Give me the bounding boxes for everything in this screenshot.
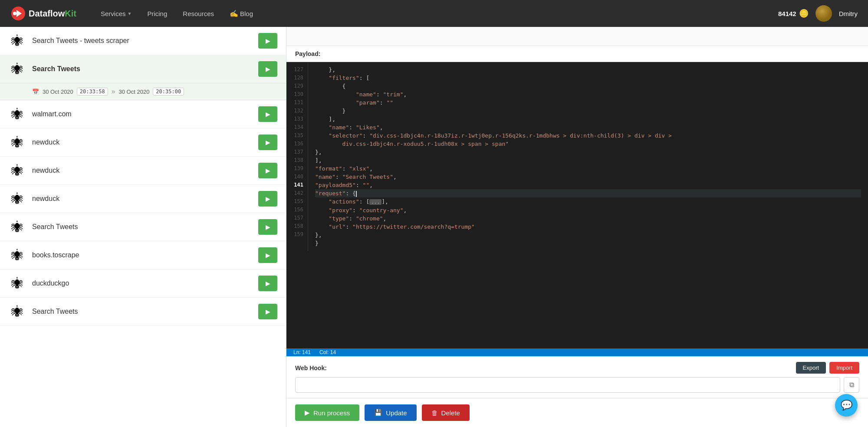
webhook-input-row: ⧉	[295, 377, 859, 393]
scraper-name: walmart.com	[32, 110, 252, 118]
run-button[interactable]: ▶	[258, 163, 277, 178]
time-start-badge: 20:33:58	[77, 88, 108, 95]
run-process-button[interactable]: ▶ Run process	[295, 404, 359, 421]
export-button[interactable]: Export	[796, 362, 826, 374]
scraper-name: newduck	[32, 195, 252, 203]
navbar: DataflowKit Services ▼ Pricing Resources…	[0, 0, 868, 27]
webhook-section: Web Hook: Export Import ⧉	[286, 356, 868, 398]
list-item[interactable]: 🕷 duckduckgo ▶	[0, 269, 286, 298]
scraper-name: Search Tweets	[32, 308, 252, 315]
calendar-icon: 📅	[32, 89, 39, 95]
panel-header	[286, 27, 868, 46]
nav-resources[interactable]: Resources	[176, 7, 221, 21]
spider-icon: 🕷	[9, 276, 26, 291]
code-line: "selector": "div.css-1dbjc4n.r-18u37iz.r…	[315, 131, 861, 140]
right-panel: Payload: 127 128 129 130 131 132 133 134…	[286, 27, 868, 427]
blog-icon: ✍	[230, 10, 238, 18]
run-button[interactable]: ▶	[258, 304, 277, 319]
spider-icon: 🕷	[9, 62, 26, 76]
play-icon: ▶	[266, 66, 270, 72]
copy-button[interactable]: ⧉	[844, 377, 859, 393]
scraper-name-active: Search Tweets	[32, 65, 252, 73]
play-icon: ▶	[266, 308, 270, 315]
code-line: div.css-1dbjc4n.r-xoduu5.r-1udh08x > spa…	[315, 140, 861, 148]
chat-bubble[interactable]: 💬	[835, 394, 858, 417]
code-line: ],	[315, 115, 861, 123]
payload-section: Payload: 127 128 129 130 131 132 133 134…	[286, 46, 868, 356]
play-icon: ▶	[266, 280, 270, 287]
list-item[interactable]: 🕷 walmart.com ▶	[0, 100, 286, 128]
run-button[interactable]: ▶	[258, 219, 277, 235]
update-button[interactable]: 💾 Update	[365, 404, 416, 421]
scraper-name: Search Tweets - tweets scraper	[32, 37, 252, 45]
status-col: Col: 14	[319, 349, 336, 355]
main-container: 🕷 Search Tweets - tweets scraper ▶ 🕷 Sea…	[0, 27, 868, 427]
code-line: "param": ""	[315, 99, 861, 107]
play-icon: ▶	[266, 139, 270, 146]
logo[interactable]: DataflowKit	[10, 6, 76, 21]
logo-dataflow-text: Dataflow	[29, 9, 65, 18]
payload-label: Payload:	[286, 46, 868, 62]
code-line: "proxy": "country-any",	[315, 206, 861, 214]
code-line: "format": "xlsx",	[315, 164, 861, 173]
copy-icon: ⧉	[849, 381, 854, 389]
list-item[interactable]: 🕷 newduck ▶	[0, 185, 286, 213]
chevron-down-icon: ▼	[128, 11, 132, 16]
import-button[interactable]: Import	[829, 362, 859, 374]
scraper-name: Search Tweets	[32, 223, 252, 231]
run-button[interactable]: ▶	[258, 191, 277, 207]
list-item[interactable]: 🕷 books.toscrape ▶	[0, 241, 286, 269]
run-button[interactable]: ▶	[258, 135, 277, 150]
code-line: }	[315, 107, 861, 115]
list-item[interactable]: 🕷 Search Tweets - tweets scraper ▶	[0, 27, 286, 55]
list-item[interactable]: 🕷 newduck ▶	[0, 128, 286, 157]
code-line: "url": "https://twitter.com/search?q=tru…	[315, 223, 861, 231]
list-item-active[interactable]: 🕷 Search Tweets ▶	[0, 55, 286, 83]
chat-icon: 💬	[841, 400, 852, 411]
play-icon: ▶	[266, 252, 270, 259]
play-icon: ▶	[266, 111, 270, 118]
spider-icon: 🕷	[9, 34, 26, 48]
webhook-input[interactable]	[295, 377, 840, 393]
spider-icon: 🕷	[9, 305, 26, 319]
code-line: {	[315, 82, 861, 90]
code-line: "name": "trim",	[315, 90, 861, 99]
code-line: "payloadmd5": "",	[315, 181, 861, 189]
code-line: }	[315, 239, 861, 247]
nav-blog[interactable]: ✍ Blog	[223, 6, 260, 21]
user-name[interactable]: Dmitry	[839, 10, 858, 17]
code-line: },	[315, 148, 861, 156]
play-icon: ▶	[266, 223, 270, 230]
avatar[interactable]	[815, 5, 832, 22]
code-line: "name": "Search Tweets",	[315, 173, 861, 181]
nav-links: Services ▼ Pricing Resources ✍ Blog	[94, 6, 778, 21]
run-button[interactable]: ▶	[258, 106, 277, 122]
delete-button[interactable]: 🗑 Delete	[422, 404, 470, 421]
scraper-name: newduck	[32, 167, 252, 174]
nav-services[interactable]: Services ▼	[94, 7, 138, 21]
run-button-active[interactable]: ▶	[258, 61, 277, 77]
logo-icon	[10, 6, 26, 21]
code-line: "type": "chrome",	[315, 214, 861, 223]
play-icon: ▶	[266, 167, 270, 174]
list-item[interactable]: 🕷 newduck ▶	[0, 157, 286, 185]
run-button[interactable]: ▶	[258, 33, 277, 49]
webhook-label: Web Hook:	[295, 365, 327, 371]
code-editor[interactable]: 127 128 129 130 131 132 133 134 135 136 …	[286, 62, 868, 348]
arrow-icon: »	[112, 88, 115, 95]
logo-kit-text: Kit	[65, 9, 76, 18]
status-bar: Ln: 141 Col: 14	[286, 348, 868, 356]
run-button[interactable]: ▶	[258, 247, 277, 263]
nav-pricing[interactable]: Pricing	[140, 7, 174, 21]
scraper-name: newduck	[32, 138, 252, 146]
credits-icon: 🪙	[799, 9, 809, 18]
scraper-name: books.toscrape	[32, 251, 252, 259]
svg-point-2	[13, 12, 16, 15]
run-button[interactable]: ▶	[258, 276, 277, 291]
play-icon: ▶	[305, 409, 310, 417]
list-item[interactable]: 🕷 Search Tweets ▶	[0, 213, 286, 241]
spider-icon: 🕷	[9, 192, 26, 206]
list-item[interactable]: 🕷 Search Tweets ▶	[0, 298, 286, 326]
action-row: ▶ Run process 💾 Update 🗑 Delete	[286, 398, 868, 427]
scraper-name: duckduckgo	[32, 279, 252, 287]
